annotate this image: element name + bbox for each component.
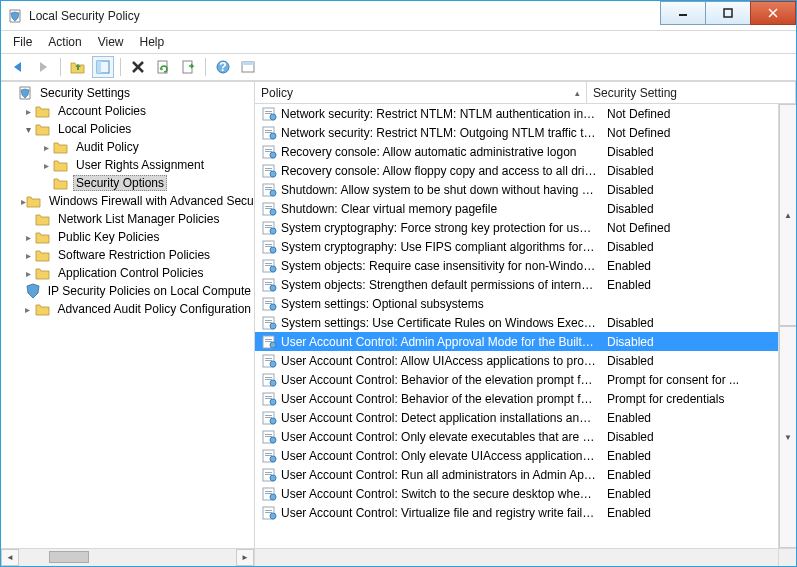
tree-item[interactable]: Account Policies [1, 102, 254, 120]
tree-item[interactable]: Security Options [1, 174, 254, 192]
scroll-down-button[interactable]: ▼ [779, 326, 796, 548]
close-button[interactable] [750, 1, 796, 25]
policy-item-icon [261, 505, 277, 521]
tree-item[interactable]: Software Restriction Policies [1, 246, 254, 264]
policy-row[interactable]: System objects: Require case insensitivi… [255, 256, 778, 275]
policy-item-icon [261, 182, 277, 198]
policy-name-cell: User Account Control: Detect application… [281, 411, 603, 425]
policy-row[interactable]: System settings: Optional subsystems [255, 294, 778, 313]
folder-icon [35, 247, 51, 263]
properties-button[interactable] [237, 56, 259, 78]
policy-name-cell: User Account Control: Only elevate execu… [281, 430, 603, 444]
policy-row[interactable]: User Account Control: Allow UIAccess app… [255, 351, 778, 370]
expander-icon[interactable] [21, 250, 35, 261]
policy-row[interactable]: Shutdown: Clear virtual memory pagefileD… [255, 199, 778, 218]
policy-row[interactable]: User Account Control: Switch to the secu… [255, 484, 778, 503]
menu-help[interactable]: Help [132, 33, 173, 51]
policy-name-cell: Recovery console: Allow floppy copy and … [281, 164, 603, 178]
minimize-button[interactable] [660, 1, 706, 25]
maximize-button[interactable] [705, 1, 751, 25]
scroll-left-button[interactable]: ◄ [1, 549, 19, 566]
tree-item[interactable]: Windows Firewall with Advanced Secu [1, 192, 254, 210]
policy-name-cell: User Account Control: Run all administra… [281, 468, 603, 482]
policy-setting-cell: Enabled [603, 411, 778, 425]
policy-setting-cell: Enabled [603, 468, 778, 482]
folder-icon [26, 193, 42, 209]
policy-row[interactable]: User Account Control: Only elevate UIAcc… [255, 446, 778, 465]
policy-row[interactable]: User Account Control: Virtualize file an… [255, 503, 778, 522]
nav-forward-button[interactable] [32, 56, 54, 78]
tree-item[interactable]: Advanced Audit Policy Configuration [1, 300, 254, 318]
tree-body[interactable]: Security SettingsAccount PoliciesLocal P… [1, 82, 254, 548]
policy-row[interactable]: Network security: Restrict NTLM: Outgoin… [255, 123, 778, 142]
tree-item[interactable]: Public Key Policies [1, 228, 254, 246]
policy-name-cell: User Account Control: Switch to the secu… [281, 487, 603, 501]
tree-item[interactable]: Audit Policy [1, 138, 254, 156]
policy-row[interactable]: Recovery console: Allow automatic admini… [255, 142, 778, 161]
policy-row[interactable]: User Account Control: Only elevate execu… [255, 427, 778, 446]
export-list-button[interactable] [177, 56, 199, 78]
tree-item[interactable]: Local Policies [1, 120, 254, 138]
svg-rect-9 [97, 61, 101, 73]
policy-row[interactable]: User Account Control: Detect application… [255, 408, 778, 427]
policy-row[interactable]: System settings: Use Certificate Rules o… [255, 313, 778, 332]
scroll-right-button[interactable]: ► [236, 549, 254, 566]
policy-row[interactable]: System objects: Strengthen default permi… [255, 275, 778, 294]
policy-setting-cell: Enabled [603, 259, 778, 273]
delete-button[interactable] [127, 56, 149, 78]
titlebar[interactable]: Local Security Policy [1, 1, 796, 31]
up-one-level-button[interactable] [67, 56, 89, 78]
column-header-policy[interactable]: Policy ▴ [255, 82, 587, 103]
expander-icon[interactable] [21, 124, 35, 135]
help-button[interactable]: ? [212, 56, 234, 78]
tree-item[interactable]: User Rights Assignment [1, 156, 254, 174]
policy-row[interactable]: User Account Control: Behavior of the el… [255, 389, 778, 408]
menu-view[interactable]: View [90, 33, 132, 51]
expander-icon[interactable] [21, 232, 35, 243]
policy-item-icon [261, 429, 277, 445]
menu-action[interactable]: Action [40, 33, 89, 51]
expander-icon[interactable] [39, 160, 53, 171]
refresh-button[interactable] [152, 56, 174, 78]
expander-icon[interactable] [21, 304, 35, 315]
expander-icon[interactable] [21, 268, 35, 279]
scroll-track[interactable] [19, 549, 236, 566]
toolbar-separator [60, 58, 61, 76]
list-vertical-scrollbar[interactable]: ▲ ▼ [778, 104, 796, 548]
policy-row[interactable]: Network security: Restrict NTLM: NTLM au… [255, 104, 778, 123]
tree-item-label: Application Control Policies [55, 265, 206, 281]
policy-row[interactable]: System cryptography: Use FIPS compliant … [255, 237, 778, 256]
policy-setting-cell: Prompt for consent for ... [603, 373, 778, 387]
policy-row[interactable]: User Account Control: Run all administra… [255, 465, 778, 484]
expander-icon[interactable] [39, 142, 53, 153]
tree-item-label: Software Restriction Policies [55, 247, 213, 263]
tree-item[interactable]: IP Security Policies on Local Compute [1, 282, 254, 300]
policy-setting-cell: Prompt for credentials [603, 392, 778, 406]
list-body[interactable]: Network security: Restrict NTLM: NTLM au… [255, 104, 778, 522]
scroll-up-button[interactable]: ▲ [779, 104, 796, 326]
tree-item[interactable]: Application Control Policies [1, 264, 254, 282]
policy-row[interactable]: System cryptography: Force strong key pr… [255, 218, 778, 237]
policy-item-icon [261, 258, 277, 274]
expander-icon[interactable] [21, 106, 35, 117]
nav-back-button[interactable] [7, 56, 29, 78]
shield-icon [25, 283, 41, 299]
menu-file[interactable]: File [5, 33, 40, 51]
policy-setting-cell: Not Defined [603, 107, 778, 121]
scroll-thumb[interactable] [49, 551, 89, 563]
column-header-setting[interactable]: Security Setting [587, 82, 796, 103]
list-horizontal-scrollbar[interactable] [255, 548, 778, 566]
tree-root[interactable]: Security Settings [1, 84, 254, 102]
policy-row[interactable]: Recovery console: Allow floppy copy and … [255, 161, 778, 180]
tree-item[interactable]: Network List Manager Policies [1, 210, 254, 228]
tree-item-label: IP Security Policies on Local Compute [45, 283, 254, 299]
policy-item-icon [261, 467, 277, 483]
policy-name-cell: System cryptography: Force strong key pr… [281, 221, 603, 235]
policy-setting-cell: Disabled [603, 183, 778, 197]
tree-horizontal-scrollbar[interactable]: ◄ ► [1, 548, 254, 566]
show-hide-tree-button[interactable] [92, 56, 114, 78]
policy-row[interactable]: User Account Control: Admin Approval Mod… [255, 332, 778, 351]
policy-row[interactable]: Shutdown: Allow system to be shut down w… [255, 180, 778, 199]
folder-icon [53, 175, 69, 191]
policy-row[interactable]: User Account Control: Behavior of the el… [255, 370, 778, 389]
